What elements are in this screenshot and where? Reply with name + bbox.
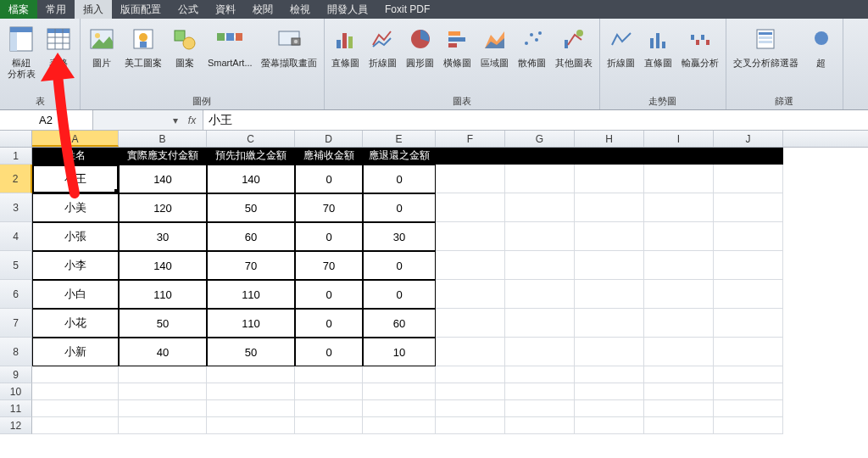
select-all-corner[interactable] bbox=[0, 131, 32, 147]
cell[interactable] bbox=[575, 309, 644, 338]
col-header-B[interactable]: B bbox=[119, 131, 207, 147]
cell[interactable]: 小美 bbox=[32, 193, 119, 222]
row-header-10[interactable]: 10 bbox=[0, 383, 32, 400]
cell[interactable]: 60 bbox=[363, 309, 436, 338]
hdr-name[interactable]: 姓名 bbox=[32, 148, 119, 165]
cell[interactable] bbox=[436, 251, 505, 280]
cell[interactable] bbox=[436, 222, 505, 251]
cell[interactable]: 0 bbox=[295, 222, 363, 251]
cell[interactable] bbox=[714, 338, 783, 366]
more-button[interactable]: 超 bbox=[805, 20, 837, 69]
row-header-1[interactable]: 1 bbox=[0, 148, 32, 165]
col-header-F[interactable]: F bbox=[436, 131, 505, 147]
cell[interactable] bbox=[575, 251, 644, 280]
cell[interactable]: 0 bbox=[295, 338, 363, 366]
row-header-3[interactable]: 3 bbox=[0, 193, 32, 222]
cell[interactable] bbox=[575, 222, 644, 251]
col-header-E[interactable]: E bbox=[363, 131, 436, 147]
cell-empty[interactable] bbox=[575, 148, 644, 165]
tab-developer[interactable]: 開發人員 bbox=[319, 0, 376, 19]
cell[interactable]: 小花 bbox=[32, 309, 119, 338]
row-header-9[interactable]: 9 bbox=[0, 366, 32, 383]
cell[interactable]: 140 bbox=[119, 251, 207, 280]
cell[interactable] bbox=[436, 309, 505, 338]
cell[interactable] bbox=[714, 280, 783, 309]
col-header-A[interactable]: A bbox=[32, 131, 119, 147]
cell[interactable] bbox=[505, 338, 575, 366]
cell[interactable] bbox=[714, 251, 783, 280]
cell[interactable] bbox=[436, 165, 505, 193]
cell[interactable] bbox=[644, 222, 714, 251]
cell[interactable] bbox=[575, 338, 644, 366]
cell[interactable]: 50 bbox=[207, 338, 295, 366]
col-header-H[interactable]: H bbox=[575, 131, 644, 147]
smartart-button[interactable]: SmartArt... bbox=[206, 20, 254, 69]
cell[interactable]: 30 bbox=[363, 222, 436, 251]
cell[interactable] bbox=[436, 338, 505, 366]
hbar-chart-button[interactable]: 橫條圖 bbox=[442, 20, 474, 69]
cell[interactable]: 40 bbox=[119, 338, 207, 366]
cell[interactable] bbox=[644, 280, 714, 309]
tab-file[interactable]: 檔案 bbox=[0, 0, 37, 19]
shapes-button[interactable]: 圖案 bbox=[169, 20, 201, 69]
bar-chart-button[interactable]: 直條圖 bbox=[330, 20, 362, 69]
spark-line-button[interactable]: 折線圖 bbox=[605, 20, 637, 69]
row-header-12[interactable]: 12 bbox=[0, 417, 32, 434]
cell-empty[interactable] bbox=[505, 148, 575, 165]
cell[interactable] bbox=[505, 165, 575, 193]
cell[interactable] bbox=[436, 280, 505, 309]
cell[interactable] bbox=[644, 251, 714, 280]
tab-formulas[interactable]: 公式 bbox=[170, 0, 207, 19]
cell[interactable] bbox=[505, 280, 575, 309]
cell-area[interactable]: 姓名 實際應支付金額 預先扣繳之金額 應補收金額 應退還之金額 小王140140… bbox=[32, 148, 783, 434]
cell[interactable]: 10 bbox=[363, 338, 436, 366]
fx-icon[interactable]: fx bbox=[181, 110, 203, 130]
col-header-G[interactable]: G bbox=[505, 131, 575, 147]
cell[interactable] bbox=[575, 165, 644, 193]
tab-view[interactable]: 檢視 bbox=[281, 0, 319, 19]
name-box-dropdown[interactable]: ▾ bbox=[93, 110, 181, 130]
row-header-5[interactable]: 5 bbox=[0, 251, 32, 280]
cell[interactable] bbox=[714, 165, 783, 193]
cell[interactable] bbox=[714, 309, 783, 338]
cell[interactable] bbox=[644, 193, 714, 222]
pivot-table-button[interactable]: 樞紐 分析表 bbox=[5, 20, 37, 80]
cell[interactable]: 0 bbox=[363, 193, 436, 222]
cell[interactable]: 110 bbox=[207, 280, 295, 309]
tab-foxit[interactable]: Foxit PDF bbox=[376, 0, 438, 19]
cell[interactable]: 0 bbox=[295, 309, 363, 338]
area-chart-button[interactable]: 區域圖 bbox=[479, 20, 511, 69]
cell[interactable]: 0 bbox=[295, 165, 363, 193]
cell[interactable] bbox=[644, 165, 714, 193]
tab-review[interactable]: 校閱 bbox=[244, 0, 281, 19]
cell[interactable]: 110 bbox=[119, 280, 207, 309]
screenshot-button[interactable]: 螢幕擷取畫面 bbox=[259, 20, 319, 69]
spark-col-button[interactable]: 直條圖 bbox=[643, 20, 675, 69]
row-header-2[interactable]: 2 bbox=[0, 165, 32, 193]
cell[interactable]: 小王 bbox=[32, 165, 119, 193]
cell[interactable] bbox=[505, 309, 575, 338]
cell[interactable]: 70 bbox=[295, 251, 363, 280]
row-header-6[interactable]: 6 bbox=[0, 280, 32, 309]
row-header-7[interactable]: 7 bbox=[0, 309, 32, 338]
hdr-refund[interactable]: 應退還之金額 bbox=[363, 148, 436, 165]
cell[interactable]: 小李 bbox=[32, 251, 119, 280]
hdr-actual[interactable]: 實際應支付金額 bbox=[119, 148, 207, 165]
scatter-chart-button[interactable]: 散佈圖 bbox=[516, 20, 548, 69]
hdr-prepaid[interactable]: 預先扣繳之金額 bbox=[207, 148, 295, 165]
cell[interactable]: 小新 bbox=[32, 338, 119, 366]
cell-empty[interactable] bbox=[644, 148, 714, 165]
tab-data[interactable]: 資料 bbox=[207, 0, 244, 19]
clipart-button[interactable]: 美工圖案 bbox=[123, 20, 164, 69]
cell[interactable]: 小張 bbox=[32, 222, 119, 251]
cell[interactable]: 30 bbox=[119, 222, 207, 251]
col-header-J[interactable]: J bbox=[714, 131, 783, 147]
cell[interactable]: 60 bbox=[207, 222, 295, 251]
cell[interactable] bbox=[436, 193, 505, 222]
cell[interactable] bbox=[714, 222, 783, 251]
cell[interactable]: 140 bbox=[119, 165, 207, 193]
col-header-C[interactable]: C bbox=[207, 131, 295, 147]
cell[interactable]: 0 bbox=[363, 280, 436, 309]
cell[interactable] bbox=[575, 193, 644, 222]
cell[interactable]: 小白 bbox=[32, 280, 119, 309]
